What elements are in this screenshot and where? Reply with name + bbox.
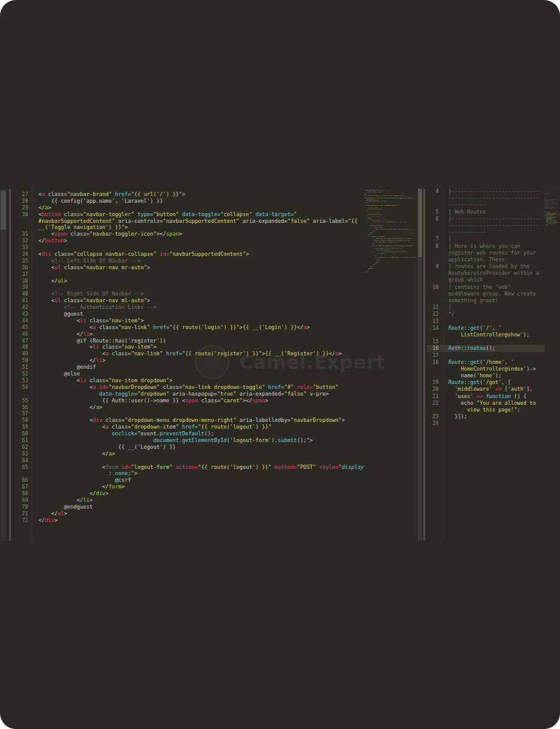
line-number: 62 — [0, 444, 28, 451]
code-row: 17 — [427, 352, 545, 359]
code-row: 23 }]); — [545, 224, 560, 225]
code-text — [28, 284, 38, 291]
code-text: | Web Routes — [439, 209, 486, 216]
code-text: ------------ — [439, 201, 486, 208]
code-row: 44 <li class="nav-item"> — [0, 317, 364, 324]
code-text: }]); — [545, 224, 548, 225]
code-row: 22 echo "You are allowed to — [427, 400, 545, 407]
code-text: 'middleware' => ['auth'], — [439, 386, 533, 393]
code-row: 15 — [427, 338, 545, 345]
code-text: HomeController@index')-> — [439, 366, 536, 372]
code-row: 40 <!-- Right Side Of Navbar --> — [0, 291, 364, 297]
code-row: 71 </ul> — [0, 510, 364, 517]
line-number: 55 — [0, 397, 28, 404]
code-row: 55 {{ Auth::user()->name }} <span class=… — [0, 397, 364, 404]
code-text: <button class="navbar-toggler" type="but… — [28, 211, 297, 218]
line-number: 64 — [0, 457, 28, 464]
line-number: 22 — [427, 400, 439, 407]
line-number: 44 — [0, 317, 28, 324]
code-row: 47 @if (Route::has('register')) — [0, 338, 364, 344]
code-row: __('Toggle navigation') }}"> — [0, 224, 364, 231]
line-number: 56 — [0, 404, 28, 411]
code-text: Auth::routes(); — [439, 345, 495, 352]
line-number: 58 — [0, 417, 28, 424]
code-row: 69 </li> — [0, 497, 364, 504]
code-text: Route::get('/home', ' — [439, 359, 514, 366]
code-row: 6|---------------------------- — [427, 216, 545, 222]
code-text: <li class="nav-item"> — [28, 317, 144, 324]
right-editor-pane[interactable]: 4|--------------------------------------… — [427, 189, 545, 427]
line-number: 20 — [427, 386, 439, 393]
code-text: </li> — [28, 331, 93, 338]
line-number: 11 — [427, 304, 439, 311]
line-number — [0, 224, 28, 231]
right-minimap[interactable]: 4|--------------------------------------… — [545, 190, 560, 231]
code-row: 18Route::get('/home', ' — [427, 359, 545, 366]
code-text: <ul class="navbar-nav ml-auto"> — [28, 297, 150, 304]
code-text: Route::get('/got', [ — [439, 379, 511, 386]
code-text — [28, 271, 38, 278]
line-number: 23 — [427, 413, 439, 420]
line-number — [427, 277, 439, 283]
middle-scrollbar[interactable] — [418, 189, 422, 540]
code-text: #navbarSupportedContent" aria-controls="… — [28, 218, 357, 225]
code-row: 61 document.getElementById('logout-form'… — [0, 437, 364, 444]
code-row: 19Route::get('/got', [ — [427, 379, 545, 386]
code-row: HomeController@index')-> — [427, 366, 545, 372]
line-number: 15 — [427, 338, 439, 345]
code-text: | routes are loaded by the — [439, 263, 529, 270]
line-number: 41 — [0, 297, 28, 304]
line-number: 69 — [0, 497, 28, 504]
code-text: </div> — [364, 271, 367, 273]
code-text: name('home'); — [439, 372, 501, 379]
code-text: something great! — [545, 208, 552, 209]
line-number: 29 — [0, 205, 28, 211]
code-row: 36 <ul class="navbar-nav mr-auto"> — [0, 264, 364, 271]
line-number: 49 — [0, 350, 28, 357]
left-minimap[interactable]: 27<a class="navbar-brand" href="{{ url('… — [364, 189, 417, 283]
line-number: 9 — [427, 263, 439, 270]
code-row: 46 </li> — [0, 331, 364, 338]
code-text: <li class="nav-item dropdown"> — [28, 377, 173, 384]
code-row: 32</button> — [0, 238, 364, 244]
line-number: 71 — [0, 510, 28, 517]
code-row: 34<div class="collapse navbar-collapse" … — [0, 251, 364, 258]
code-text — [439, 352, 448, 359]
line-number: 34 — [0, 251, 28, 258]
watermark-text: Camel.Expert — [239, 351, 386, 373]
code-row: ------------ — [427, 229, 545, 236]
code-row: 28 {{ config('app.name', 'Laravel') }} — [0, 198, 364, 205]
line-number: 31 — [0, 231, 28, 238]
line-number — [427, 256, 439, 263]
code-text: | Here is where you can — [439, 243, 520, 250]
middle-scrollbar-thumb[interactable] — [418, 189, 422, 257]
line-number: 12 — [427, 311, 439, 317]
code-text: <div class="dropdown-menu dropdown-menu-… — [28, 417, 345, 424]
line-number: 61 — [0, 437, 28, 444]
line-number: 4 — [427, 189, 439, 195]
line-number — [0, 470, 28, 477]
code-text: </div> — [28, 490, 109, 497]
line-number — [427, 270, 439, 277]
line-number: 70 — [0, 504, 28, 510]
code-text: <ul class="navbar-nav mr-auto"> — [28, 264, 150, 271]
code-text: |---------------------------- — [439, 216, 539, 222]
code-row: 16Auth::routes(); — [427, 345, 545, 352]
line-number: 51 — [0, 364, 28, 371]
line-number: 6 — [427, 216, 439, 222]
code-row: 14Route::get('/', ' — [427, 325, 545, 332]
line-number: 50 — [0, 357, 28, 364]
line-number: 40 — [0, 291, 28, 297]
code-text: Route::get('/', ' — [439, 325, 501, 332]
line-number: 43 — [0, 311, 28, 317]
code-text: ----------------------------- — [439, 222, 539, 229]
code-row: 62 {{ __('Logout') }} — [0, 444, 364, 451]
code-row: 33 — [0, 244, 364, 251]
code-text: </ul> — [28, 278, 67, 285]
code-row: 27<a class="navbar-brand" href="{{ url('… — [0, 191, 364, 198]
code-row: 8| Here is where you can — [427, 243, 545, 250]
code-row: ------------ — [427, 201, 545, 208]
code-text — [439, 338, 448, 345]
line-number: 21 — [427, 393, 439, 400]
code-text: <span class="navbar-toggler-icon"></span… — [28, 231, 182, 238]
